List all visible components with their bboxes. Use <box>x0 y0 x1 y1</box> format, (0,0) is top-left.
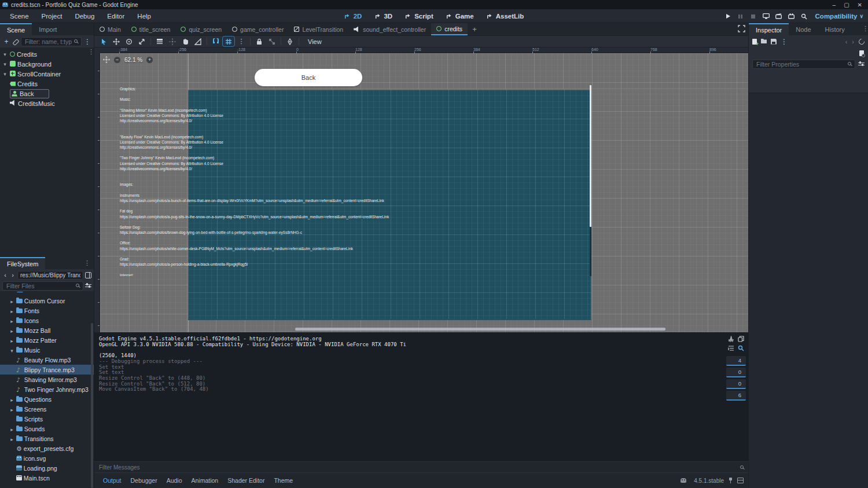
file-row[interactable]: Icons <box>0 315 94 325</box>
pause-button[interactable] <box>735 11 746 21</box>
bottom-panel-tab[interactable]: Output <box>99 475 126 486</box>
skeleton-options-button[interactable] <box>284 36 296 46</box>
bottom-panel-tab[interactable]: Theme <box>270 475 297 486</box>
scene-tab[interactable]: LevelTransition ✕ <box>289 23 348 35</box>
expand-chevron[interactable] <box>2 52 8 57</box>
instance-scene-button[interactable] <box>12 38 19 45</box>
zoom-percent[interactable]: 62.1 % <box>124 57 142 63</box>
file-row[interactable]: Main.tscn <box>0 473 94 483</box>
nav-back-icon[interactable]: ‹ <box>2 271 8 278</box>
stop-button[interactable] <box>748 11 759 21</box>
scale-tool-button[interactable] <box>136 36 148 46</box>
expand-chevron[interactable] <box>9 397 14 403</box>
filesystem-tab[interactable]: FileSystem <box>0 257 45 269</box>
workspace-button[interactable]: 2D <box>340 11 367 21</box>
file-row[interactable]: Shaving Mirror.mp3 <box>0 375 94 384</box>
quick-run-button[interactable] <box>799 11 810 21</box>
select-tool-button[interactable] <box>98 36 109 46</box>
expand-chevron[interactable] <box>9 386 14 392</box>
expand-chevron[interactable] <box>9 407 14 413</box>
scene-tab[interactable]: sound_effect_controller ✕ <box>348 23 431 35</box>
filter-messages-input[interactable] <box>99 464 740 471</box>
viewport-2d[interactable]: Back Graphics:Music:"Shaving Mirror" Kev… <box>94 47 748 332</box>
menu-item[interactable]: Scene <box>5 11 34 21</box>
expand-chevron[interactable] <box>2 71 8 77</box>
canvas-grid[interactable]: Back Graphics:Music:"Shaving Mirror" Kev… <box>100 53 748 332</box>
movie-writer-button[interactable] <box>786 11 797 21</box>
file-row[interactable]: Mozz Patter <box>0 335 94 345</box>
pivot-tool-button[interactable] <box>167 36 178 46</box>
file-filter-input[interactable] <box>2 281 83 291</box>
expand-chevron[interactable] <box>9 376 14 382</box>
expand-bottom-panel-icon[interactable] <box>737 478 744 483</box>
scene-tree-row[interactable]: Background <box>0 59 94 69</box>
pin-bottom-panel-icon[interactable] <box>729 478 733 483</box>
property-tools-icon[interactable] <box>858 61 865 67</box>
scene-tab[interactable]: game_controller ✕ <box>227 23 289 35</box>
version-label[interactable]: 4.5.1.stable <box>694 478 724 484</box>
file-row[interactable]: Beauty Flow.mp3 <box>0 355 94 365</box>
file-row[interactable]: Mozz Ball <box>0 325 94 335</box>
message-filter-toggle[interactable]: 4 <box>726 356 746 366</box>
expand-chevron[interactable] <box>9 455 14 461</box>
expand-chevron[interactable] <box>9 309 14 314</box>
scene-dock-tab[interactable]: Scene <box>0 23 32 35</box>
scrollcontainer-scrollbar[interactable] <box>590 85 591 227</box>
message-filter-toggle[interactable]: 0 <box>726 379 746 389</box>
maximize-button[interactable]: ▢ <box>844 2 849 8</box>
file-row[interactable]: Two Finger Johnny.mp3 <box>0 384 94 394</box>
scene-tree-row[interactable]: ScrollContainer <box>0 69 94 79</box>
zoom-in-icon[interactable]: + <box>146 57 153 63</box>
file-row[interactable]: Scripts <box>0 414 94 424</box>
scene-dock-tab[interactable]: Import <box>32 23 64 35</box>
lock-object-button[interactable] <box>253 36 265 46</box>
file-row[interactable]: Music <box>0 345 94 355</box>
save-resource-icon[interactable] <box>771 39 777 45</box>
smart-snap-toggle[interactable] <box>210 36 222 46</box>
object-history-icon[interactable] <box>858 37 866 45</box>
menu-item[interactable]: Project <box>36 11 68 21</box>
menu-item[interactable]: Help <box>132 11 156 21</box>
file-row[interactable]: Fonts <box>0 306 94 315</box>
file-row[interactable]: Blippy Trance.mp3 <box>0 365 94 375</box>
remote-debug-button[interactable] <box>761 11 771 21</box>
bottom-panel-tab[interactable]: Shader Editor <box>223 475 269 486</box>
distraction-free-icon[interactable] <box>738 25 745 34</box>
bottom-panel-tab[interactable]: Animation <box>187 475 223 486</box>
scene-tree-row[interactable]: Back <box>0 89 94 98</box>
current-path-field[interactable] <box>17 271 83 280</box>
expand-chevron[interactable] <box>9 292 14 292</box>
expand-chevron[interactable] <box>9 465 14 471</box>
expand-chevron[interactable] <box>9 427 14 432</box>
collapse-messages-icon[interactable] <box>728 345 734 353</box>
inspector-menu-icon[interactable]: ⋮ <box>859 25 868 32</box>
split-view-icon[interactable] <box>85 272 91 278</box>
viewport-h-scrollbar[interactable] <box>295 328 665 331</box>
inspector-tab[interactable]: Node <box>789 23 818 35</box>
expand-chevron[interactable] <box>9 348 14 354</box>
expand-chevron[interactable] <box>9 445 14 451</box>
scene-tree-row[interactable]: CreditsMusic <box>0 98 94 108</box>
expand-chevron[interactable] <box>9 318 14 324</box>
clear-log-icon[interactable] <box>728 336 734 343</box>
menu-item[interactable]: Editor <box>102 11 130 21</box>
expand-chevron[interactable] <box>9 366 14 372</box>
scene-filter-input[interactable] <box>21 37 82 46</box>
scene-tab[interactable]: Main ✕ <box>94 23 126 35</box>
move-tool-button[interactable] <box>111 36 122 46</box>
nav-forward-icon[interactable]: › <box>10 271 16 278</box>
play-button[interactable] <box>723 11 733 21</box>
expand-chevron[interactable] <box>9 475 14 480</box>
file-row[interactable]: export_presets.cfg <box>0 443 94 453</box>
sort-files-icon[interactable] <box>85 283 91 289</box>
scene-tree-row[interactable]: Credits <box>0 79 94 89</box>
file-row[interactable]: Screens <box>0 404 94 414</box>
message-filter-toggle[interactable]: 0 <box>726 368 746 377</box>
menu-item[interactable]: Debug <box>69 11 100 21</box>
expand-chevron[interactable] <box>9 328 14 334</box>
message-filter-toggle[interactable]: 6 <box>726 391 746 401</box>
expand-chevron[interactable] <box>2 81 8 87</box>
copy-log-icon[interactable] <box>738 336 744 343</box>
file-row[interactable]: icon.svg <box>0 453 94 463</box>
expand-chevron[interactable] <box>2 61 8 67</box>
